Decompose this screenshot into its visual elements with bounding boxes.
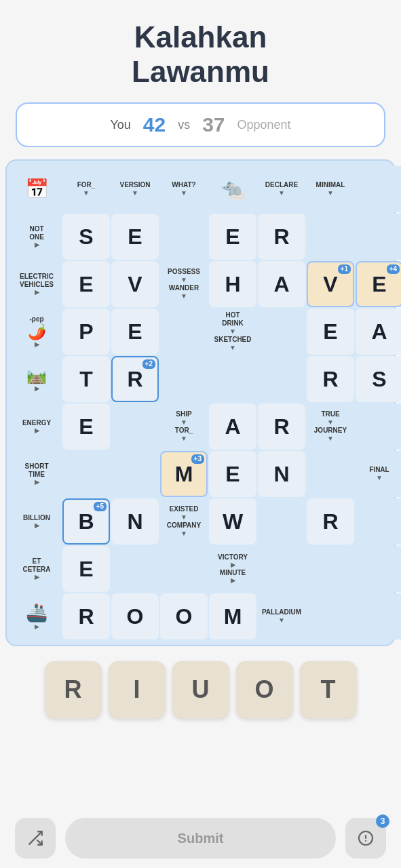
rack-tile-o[interactable]: O	[236, 661, 293, 718]
cell-r7c1[interactable]: B+5	[62, 498, 110, 545]
cell-r4c1[interactable]: T	[62, 356, 110, 402]
cell-r3c5	[258, 309, 305, 355]
rack-tile-i[interactable]: I	[109, 661, 166, 718]
cell-r1c5[interactable]: R	[258, 214, 305, 260]
shuffle-button[interactable]	[15, 818, 56, 859]
cell-r9c7	[356, 593, 401, 639]
cell-r9c1[interactable]: R	[62, 593, 110, 639]
cell-r2c1[interactable]: E	[62, 261, 110, 307]
opp-label: Opponent	[237, 118, 291, 132]
cell-r1c3	[160, 214, 208, 260]
cell-r5c0: ENERGY▶	[12, 403, 61, 450]
cell-r4c4	[209, 356, 256, 402]
cell-r2c0: ELECTRICVEHICLES▶	[12, 261, 61, 307]
cell-r6c4[interactable]: E	[209, 451, 256, 497]
cell-r4c7[interactable]: S	[356, 356, 401, 402]
cell-r6c5[interactable]: N	[258, 451, 305, 497]
cell-r1c4[interactable]: E	[209, 214, 256, 260]
cell-r9c2[interactable]: O	[111, 593, 159, 639]
cell-r6c1	[62, 451, 110, 497]
score-bar: You 42 vs 37 Opponent	[16, 102, 385, 147]
cell-r5c6: TRUEJOURNEY	[307, 403, 354, 450]
cell-r0c5: DECLARE	[258, 166, 305, 212]
game-board: 📅 FOR_ VERSION WHAT? 🐀 DECLARE MINIMAL N…	[12, 166, 389, 639]
cell-r5c7	[356, 403, 401, 450]
cell-r2c4[interactable]: H	[209, 261, 256, 307]
cell-r8c1[interactable]: E	[62, 546, 110, 592]
cell-r4c2[interactable]: R+2	[111, 356, 159, 402]
cell-r2c2[interactable]: V	[111, 261, 159, 307]
rack-tile-u[interactable]: U	[172, 661, 229, 718]
vs-label: vs	[178, 118, 190, 132]
cell-r3c0: -pep🌶️▶	[12, 309, 61, 355]
cell-r2c3: POSSESSWANDER	[160, 261, 208, 307]
cell-r0c7	[356, 166, 401, 212]
cell-r3c6[interactable]: E	[307, 309, 354, 355]
cell-r8c7	[356, 546, 401, 592]
cell-r9c0: 🚢▶	[12, 593, 61, 639]
cell-r0c1: FOR_	[62, 166, 110, 212]
you-label: You	[110, 118, 130, 132]
cell-r7c2[interactable]: N	[111, 498, 159, 545]
cell-r3c7[interactable]: A	[356, 309, 401, 355]
cell-r9c3[interactable]: O	[160, 593, 208, 639]
cell-r9c5: PALLADIUM	[258, 593, 305, 639]
cell-r5c5[interactable]: R	[258, 403, 305, 450]
cell-r5c1[interactable]: E	[62, 403, 110, 450]
cell-r7c4[interactable]: W	[209, 498, 256, 545]
cell-r6c3[interactable]: M+3	[160, 451, 208, 497]
cell-r6c0: SHORTTIME▶	[12, 451, 61, 497]
cell-r3c1[interactable]: P	[62, 309, 110, 355]
page-title: Kalahkan Lawanmu	[132, 20, 269, 89]
hint-badge: 3	[376, 814, 389, 828]
cell-r2c7[interactable]: E+4	[356, 261, 401, 307]
cell-r7c3: EXISTEDCOMPANY	[160, 498, 208, 545]
cell-r4c5	[258, 356, 305, 402]
cell-r3c2[interactable]: E	[111, 309, 159, 355]
cell-r8c5	[258, 546, 305, 592]
opp-score: 37	[202, 113, 225, 136]
board-container: 📅 FOR_ VERSION WHAT? 🐀 DECLARE MINIMAL N…	[5, 159, 396, 646]
cell-r7c7	[356, 498, 401, 545]
cell-r2c6[interactable]: V+1	[307, 261, 354, 307]
cell-r4c0: 🛤️▶	[12, 356, 61, 402]
cell-r1c1[interactable]: S	[62, 214, 110, 260]
cell-r7c5	[258, 498, 305, 545]
cell-r5c4[interactable]: A	[209, 403, 256, 450]
cell-r7c6[interactable]: R	[307, 498, 354, 545]
cell-r0c0: 📅	[12, 166, 61, 212]
cell-r4c3	[160, 356, 208, 402]
cell-r8c6	[307, 546, 354, 592]
cell-r4c6[interactable]: R	[307, 356, 354, 402]
cell-r6c7: FINAL	[356, 451, 401, 497]
cell-r5c2	[111, 403, 159, 450]
cell-r8c4: VICTORY▶MINUTE▶	[209, 546, 256, 592]
cell-r0c6: MINIMAL	[307, 166, 354, 212]
cell-r8c2	[111, 546, 159, 592]
submit-button[interactable]: Submit	[65, 818, 336, 859]
cell-r9c6	[307, 593, 354, 639]
cell-r1c6	[307, 214, 354, 260]
you-score: 42	[143, 113, 166, 136]
cell-r3c4: HOTDRINKSKETCHED	[209, 309, 256, 355]
rack-tile-r[interactable]: R	[45, 661, 102, 718]
cell-r1c2[interactable]: E	[111, 214, 159, 260]
hint-button[interactable]: 3	[345, 818, 386, 859]
cell-r9c4[interactable]: M	[209, 593, 256, 639]
cell-r3c3	[160, 309, 208, 355]
bottom-bar: Submit 3	[0, 808, 401, 868]
cell-r0c2: VERSION	[111, 166, 159, 212]
cell-r1c0: NOTONE▶	[12, 214, 61, 260]
cell-r8c3	[160, 546, 208, 592]
cell-r6c6	[307, 451, 354, 497]
tile-rack: R I U O T	[45, 661, 357, 718]
cell-r1c7	[356, 214, 401, 260]
cell-r6c2	[111, 451, 159, 497]
cell-r8c0: ETCETERA▶	[12, 546, 61, 592]
cell-r5c3: SHIPTOR_	[160, 403, 208, 450]
cell-r0c4: 🐀	[209, 166, 256, 212]
cell-r7c0: BILLION▶	[12, 498, 61, 545]
rack-tile-t[interactable]: T	[300, 661, 357, 718]
cell-r0c3: WHAT?	[160, 166, 208, 212]
cell-r2c5[interactable]: A	[258, 261, 305, 307]
